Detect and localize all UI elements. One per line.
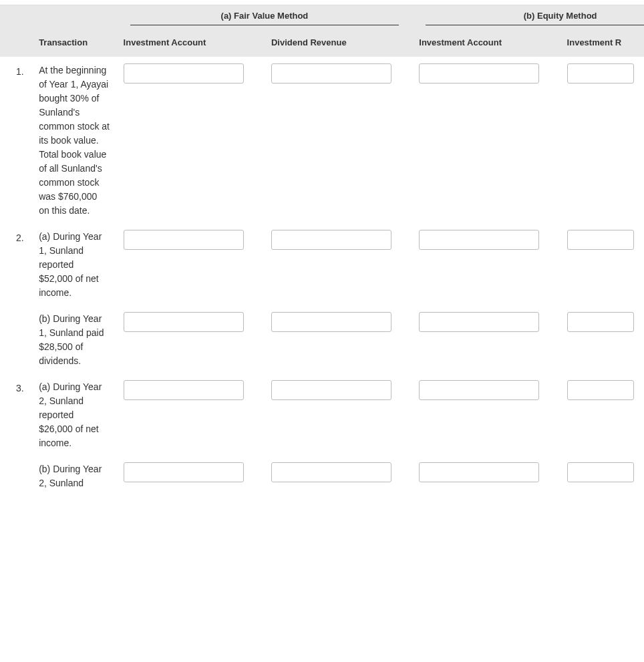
input-dividend-revenue[interactable] <box>271 462 391 482</box>
header-method-a: (a) Fair Value Method <box>117 5 413 31</box>
input-equity-investment[interactable] <box>419 63 539 84</box>
row-number: 1. <box>0 57 32 223</box>
input-equity-investment[interactable] <box>419 230 539 250</box>
input-dividend-revenue[interactable] <box>271 312 391 332</box>
row-number: 3. <box>0 373 32 456</box>
header-blank-trans <box>32 5 116 31</box>
input-fair-value-investment[interactable] <box>124 462 244 482</box>
input-equity-investment[interactable] <box>419 380 539 400</box>
row-number <box>0 305 32 373</box>
transaction-text: (b) During Year 1, Sunland paid $28,500 … <box>32 305 116 373</box>
method-header-row: (a) Fair Value Method (b) Equity Method <box>0 5 644 31</box>
input-dividend-revenue[interactable] <box>271 63 391 84</box>
input-investment-r[interactable] <box>567 230 634 250</box>
header-transaction: Transaction <box>32 31 116 57</box>
header-investment-account-a: Investment Account <box>117 31 265 57</box>
input-investment-r[interactable] <box>567 63 634 84</box>
input-investment-r[interactable] <box>567 312 634 332</box>
table-row: (b) During Year 2, Sunland <box>0 456 644 496</box>
table-row: 2. (a) During Year 1, Sunland reported $… <box>0 223 644 305</box>
header-investment-r: Investment R <box>560 31 644 57</box>
input-fair-value-investment[interactable] <box>124 380 244 400</box>
input-dividend-revenue[interactable] <box>271 230 391 250</box>
header-investment-account-b: Investment Account <box>412 31 560 57</box>
row-number: 2. <box>0 223 32 305</box>
header-num <box>0 31 32 57</box>
header-method-b: (b) Equity Method <box>412 5 644 31</box>
input-dividend-revenue[interactable] <box>271 380 391 400</box>
input-fair-value-investment[interactable] <box>124 312 244 332</box>
input-equity-investment[interactable] <box>419 312 539 332</box>
column-header-row: Transaction Investment Account Dividend … <box>0 31 644 57</box>
transaction-text: (a) During Year 1, Sunland reported $52,… <box>32 223 116 305</box>
table-row: 3. (a) During Year 2, Sunland reported $… <box>0 373 644 456</box>
method-a-label: (a) Fair Value Method <box>130 11 399 25</box>
header-dividend-revenue: Dividend Revenue <box>265 31 412 57</box>
top-border <box>0 0 644 5</box>
table-row: (b) During Year 1, Sunland paid $28,500 … <box>0 305 644 373</box>
transaction-text: (b) During Year 2, Sunland <box>32 456 116 496</box>
input-investment-r[interactable] <box>567 462 634 482</box>
input-equity-investment[interactable] <box>419 462 539 482</box>
input-fair-value-investment[interactable] <box>124 230 244 250</box>
table-row: 1. At the beginning of Year 1, Ayayai bo… <box>0 57 644 223</box>
transaction-text: At the beginning of Year 1, Ayayai bough… <box>32 57 116 223</box>
method-b-label: (b) Equity Method <box>426 11 644 25</box>
input-fair-value-investment[interactable] <box>124 63 244 84</box>
input-investment-r[interactable] <box>567 380 634 400</box>
transaction-text: (a) During Year 2, Sunland reported $26,… <box>32 373 116 456</box>
header-blank-num <box>0 5 32 31</box>
table-container: (a) Fair Value Method (b) Equity Method … <box>0 5 644 496</box>
accounting-table: (a) Fair Value Method (b) Equity Method … <box>0 5 644 496</box>
row-number <box>0 456 32 496</box>
